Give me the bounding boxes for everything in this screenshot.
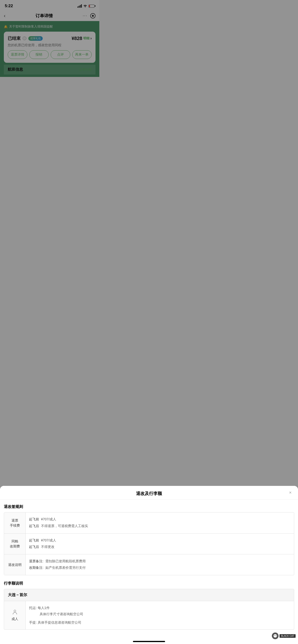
modal-overlay[interactable]: 退改及行李额 × 退改签规则 退票手续费 起飞前 ¥707/成人 起飞后 — [0, 0, 99, 215]
